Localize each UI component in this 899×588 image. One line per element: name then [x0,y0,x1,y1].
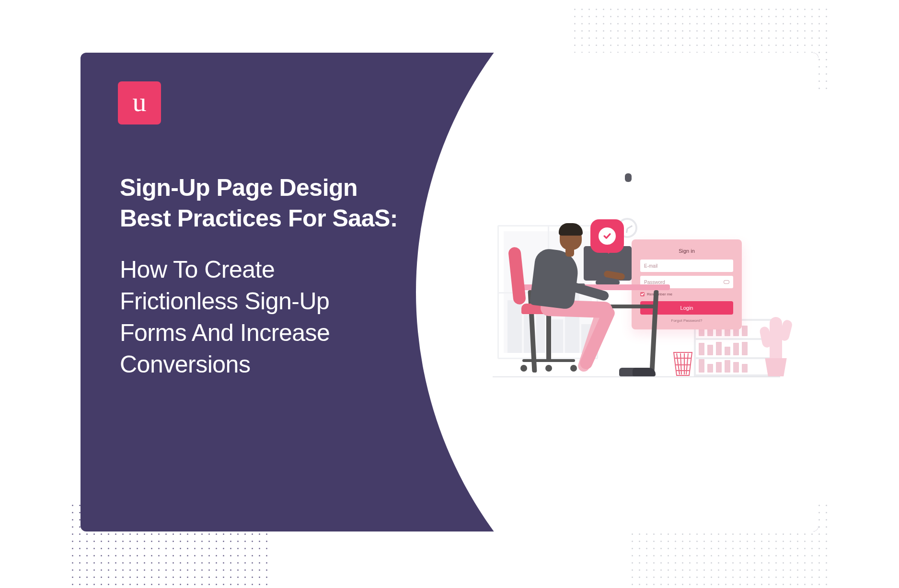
stage: u Sign-Up Page Design Best Practices For… [0,0,899,588]
floor-line [493,376,780,377]
brand-logo-glyph: u [133,88,147,116]
headings: Sign-Up Page Design Best Practices For S… [120,172,445,380]
eye-icon[interactable] [724,280,729,284]
brand-logo: u [118,81,161,124]
hero-illustration: Sign in E-mail Password Remember me Logi… [483,168,790,417]
check-icon [599,227,616,245]
login-button-label: Login [680,305,693,311]
card-title: Sign-Up Page Design Best Practices For S… [120,172,445,234]
card-subtitle: How To Create Frictionless Sign-Up Forms… [120,254,445,380]
waste-basket [671,351,695,376]
forgot-label: Forgot Password? [671,318,703,323]
cactus-plant [759,317,793,376]
hero-card: u Sign-Up Page Design Best Practices For… [81,53,818,531]
success-check-bubble [590,219,624,253]
